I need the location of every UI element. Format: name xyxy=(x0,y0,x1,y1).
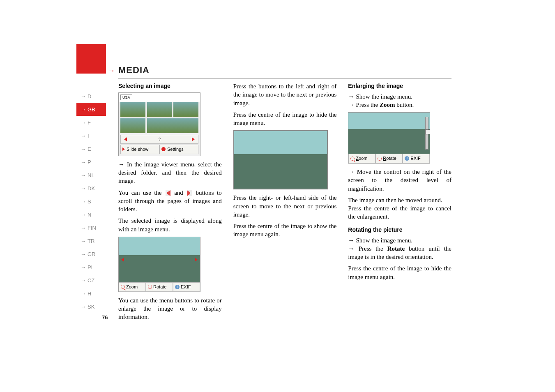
play-icon xyxy=(122,148,125,151)
sidebar-item-tr[interactable]: →TR xyxy=(76,234,106,247)
column-1: Selecting an image USA ⇧ Slide show xyxy=(118,82,222,324)
arrow-left-icon xyxy=(124,137,127,141)
sidebar-item-e[interactable]: →E xyxy=(76,142,106,155)
instruction-bullet: → Press the Rotate button until the imag… xyxy=(348,244,451,261)
sidebar-item-d[interactable]: →D xyxy=(76,90,106,103)
button-label: EXIF xyxy=(410,155,420,161)
text-fragment: button. xyxy=(395,101,414,108)
sidebar-item-label: E xyxy=(88,146,91,152)
paragraph: Press the buttons to the left and right … xyxy=(233,82,337,107)
paragraph: Press the right- or left-hand side of th… xyxy=(233,194,337,219)
sidebar-item-gb[interactable]: →GB xyxy=(76,103,106,116)
sidebar-item-label: F xyxy=(88,120,91,126)
paragraph: Press the centre of the image to cancel … xyxy=(348,204,451,221)
rotate-icon xyxy=(378,157,382,161)
sidebar-item-label: NL xyxy=(88,172,94,178)
figure-image-browser: USA ⇧ Slide show Settings xyxy=(118,92,200,156)
info-icon: i xyxy=(405,156,409,161)
sidebar-item-label: SK xyxy=(88,304,94,310)
subheading-rotating: Rotating the picture xyxy=(348,226,451,234)
instruction-bullet: → In the image viewer menu, select the d… xyxy=(118,160,222,185)
thumbnail xyxy=(147,102,172,117)
button-label: Settings xyxy=(167,146,184,152)
arrow-left-icon xyxy=(166,190,170,196)
gear-icon xyxy=(161,147,166,151)
zoom-button: Zoom xyxy=(348,154,375,163)
subheading-selecting-image: Selecting an image xyxy=(118,82,222,90)
zoom-button: Zoom xyxy=(119,282,146,292)
button-label: Rotate xyxy=(383,155,396,161)
folder-up-icon: ⇧ xyxy=(158,136,161,143)
sidebar-item-sk[interactable]: →SK xyxy=(76,300,106,313)
sidebar-item-label: GR xyxy=(88,251,96,257)
text-fragment: and xyxy=(174,189,186,196)
rotate-button: Rotate xyxy=(375,154,403,163)
button-label: Slide show xyxy=(127,146,148,152)
sidebar-item-s[interactable]: →S xyxy=(76,195,106,208)
sidebar-item-nl[interactable]: →NL xyxy=(76,168,106,182)
rotate-icon xyxy=(148,285,152,289)
slide-show-button: Slide show xyxy=(120,145,159,154)
sidebar-item-label: PL xyxy=(88,264,94,270)
page-number: 76 xyxy=(102,314,108,321)
sidebar-item-label: S xyxy=(88,198,91,205)
sidebar-item-i[interactable]: →I xyxy=(76,129,106,142)
text-fragment: Press the xyxy=(359,245,387,252)
bullet-text: Show the image menu. xyxy=(356,93,412,100)
sidebar-item-label: I xyxy=(88,133,89,139)
sidebar-item-fin[interactable]: →FIN xyxy=(76,221,106,234)
thumbnail xyxy=(120,102,145,117)
sidebar-item-label: GB xyxy=(88,106,95,113)
bullet-text: Move the control on the right of the scr… xyxy=(348,168,451,192)
figure-fullscreen-image xyxy=(233,130,328,189)
page-arrow-bar: ⇧ xyxy=(120,135,198,144)
sidebar-item-n[interactable]: →N xyxy=(76,208,106,221)
sidebar-item-dk[interactable]: →DK xyxy=(76,182,106,195)
column-2: Press the buttons to the left and right … xyxy=(233,82,337,324)
sidebar-item-f[interactable]: →F xyxy=(76,116,106,129)
text-fragment: Press the xyxy=(356,101,380,108)
sidebar-item-label: P xyxy=(88,159,91,165)
sidebar-item-pl[interactable]: →PL xyxy=(76,261,106,274)
paragraph: You can use the and buttons to scroll th… xyxy=(118,189,222,214)
magnifier-icon xyxy=(350,157,355,161)
paragraph: Press the centre of the image to show th… xyxy=(233,222,337,239)
photo-preview xyxy=(119,237,200,282)
paragraph: The image can then be moved around. xyxy=(348,196,451,204)
instruction-bullet: → Press the Zoom button. xyxy=(348,101,451,109)
paragraph: The selected image is displayed along wi… xyxy=(118,217,222,233)
sidebar-item-h[interactable]: →H xyxy=(76,287,106,300)
bold-term: Zoom xyxy=(380,101,395,108)
instruction-bullet: → Move the control on the right of the s… xyxy=(348,168,451,193)
bullet-text: In the image viewer menu, select the des… xyxy=(118,161,222,184)
sidebar-item-p[interactable]: →P xyxy=(76,155,106,168)
sidebar-item-label: N xyxy=(88,212,91,218)
photo-preview xyxy=(348,113,430,154)
sidebar-item-cz[interactable]: →CZ xyxy=(76,274,106,287)
sidebar-item-label: TR xyxy=(88,238,94,244)
thumbnail xyxy=(173,102,198,117)
bold-term: Rotate xyxy=(387,245,405,252)
text-fragment: You can use the xyxy=(118,189,165,196)
button-label: Rotate xyxy=(153,284,166,290)
sidebar-item-label: H xyxy=(88,291,91,297)
sidebar-item-label: D xyxy=(88,93,91,99)
language-sidebar: →D →GB →F →I →E →P →NL →DK →S →N →FIN →T… xyxy=(76,90,106,313)
thumbnail xyxy=(120,118,145,133)
zoom-slider xyxy=(425,117,428,150)
exif-button: iEXIF xyxy=(403,154,430,163)
instruction-bullet: → Show the image menu. xyxy=(348,236,451,244)
button-label: Zoom xyxy=(356,155,367,161)
paragraph: You can use the menu buttons to rotate o… xyxy=(118,296,222,321)
button-label: Zoom xyxy=(126,284,138,290)
folder-label: USA xyxy=(120,95,132,100)
button-label: EXIF xyxy=(181,284,191,290)
settings-button: Settings xyxy=(159,145,198,154)
bullet-text: Show the image menu. xyxy=(356,237,412,244)
rotate-button: Rotate xyxy=(146,282,173,292)
figure-zoom-control: Zoom Rotate iEXIF xyxy=(348,112,430,164)
info-icon: i xyxy=(175,285,180,289)
sidebar-item-gr[interactable]: →GR xyxy=(76,247,106,261)
sidebar-item-label: CZ xyxy=(88,277,94,284)
section-title: MEDIA xyxy=(118,65,451,78)
